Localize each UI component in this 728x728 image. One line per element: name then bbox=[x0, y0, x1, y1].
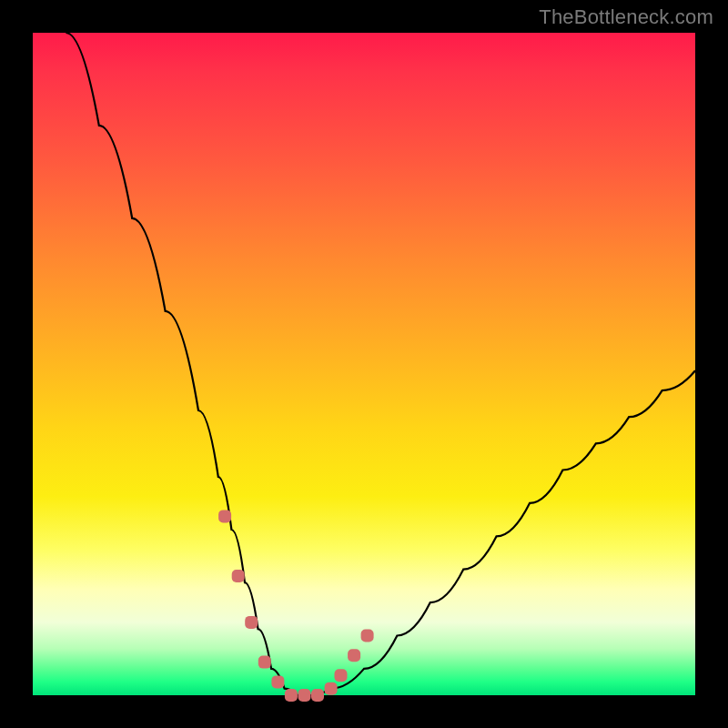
marker-point bbox=[325, 682, 338, 695]
plot-area bbox=[33, 33, 695, 695]
curve-layer bbox=[33, 33, 695, 695]
marker-point bbox=[218, 510, 231, 522]
marker-point bbox=[298, 689, 311, 702]
bottleneck-curve bbox=[66, 33, 695, 695]
marker-point bbox=[311, 689, 324, 702]
marker-point bbox=[348, 649, 360, 662]
marker-point bbox=[232, 570, 245, 582]
chart-frame: TheBottleneck.com bbox=[0, 0, 728, 728]
marker-point bbox=[285, 689, 298, 702]
marker-point bbox=[271, 675, 284, 688]
watermark-text: TheBottleneck.com bbox=[539, 5, 713, 29]
marker-point bbox=[361, 630, 374, 642]
marker-point bbox=[258, 656, 271, 669]
marker-point bbox=[335, 669, 348, 682]
marker-point bbox=[245, 616, 258, 629]
marker-group bbox=[218, 510, 374, 702]
